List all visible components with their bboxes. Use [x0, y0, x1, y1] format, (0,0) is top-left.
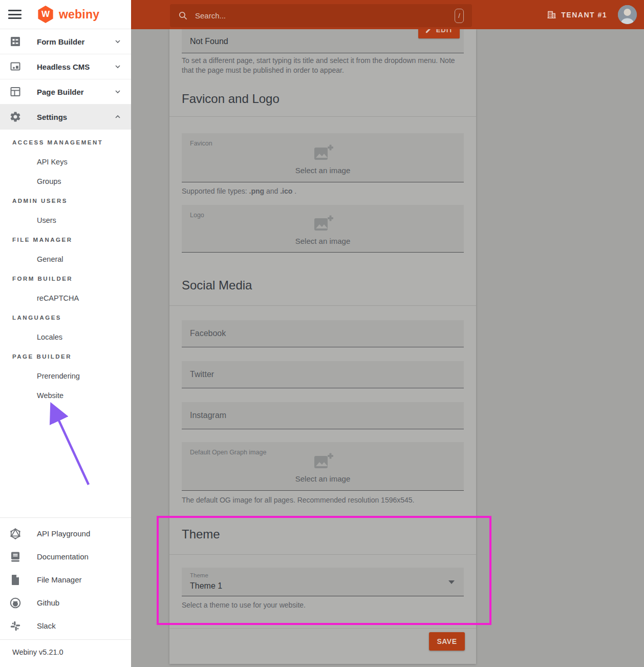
sidebar-item-label: Slack: [37, 621, 56, 630]
image-plus-icon: [312, 214, 334, 234]
slack-icon: [9, 620, 22, 632]
submenu-item-website[interactable]: Website: [0, 386, 131, 405]
book-icon: [9, 551, 22, 563]
chevron-down-icon: [114, 88, 122, 96]
submenu-item-locales[interactable]: Locales: [0, 327, 131, 347]
favicon-upload[interactable]: Favicon Select an image: [182, 133, 464, 182]
search-shortcut-badge: /: [455, 9, 464, 23]
top-app-bar: / TENANT #1: [131, 0, 644, 29]
sidebar-item-label: Headless CMS: [37, 62, 90, 71]
theme-select[interactable]: Theme Theme 1: [182, 568, 464, 596]
sidebar-item-label: Form Builder: [37, 37, 84, 46]
sidebar-item-api-playground[interactable]: API Playground: [0, 522, 131, 545]
avatar-photo: [618, 5, 637, 24]
submenu-item-api-keys[interactable]: API Keys: [0, 152, 131, 172]
submenu-section-form-builder: FORM BUILDER: [0, 269, 131, 288]
card-footer-divider: [169, 628, 476, 629]
gear-icon: [9, 111, 22, 123]
webiny-logo-mark: W: [37, 6, 54, 23]
og-image-upload[interactable]: Default Open Graph image Select an image: [182, 442, 464, 491]
sidebar-item-page-builder[interactable]: Page Builder: [0, 79, 131, 105]
page-field-help: To set a different page, start typing it…: [182, 56, 461, 75]
favicon-cta: Select an image: [295, 166, 351, 175]
section-title-theme: Theme: [182, 527, 220, 541]
image-plus-icon: [312, 451, 334, 472]
search-input[interactable]: [195, 11, 455, 20]
sidebar-item-github[interactable]: Github: [0, 591, 131, 614]
main-content: EDIT To set a different page, start typi…: [131, 29, 644, 667]
sidebar-item-slack[interactable]: Slack: [0, 614, 131, 637]
instagram-input[interactable]: [182, 402, 464, 429]
app-root: / TENANT #1 W webiny Form Builder Headle…: [0, 0, 644, 667]
og-image-cta: Select an image: [295, 474, 351, 483]
theme-help: Select a theme to use for your website.: [182, 600, 461, 610]
app-version: Webiny v5.21.0: [0, 639, 131, 656]
chevron-up-icon: [114, 113, 122, 121]
hamburger-menu-icon[interactable]: [8, 10, 22, 19]
website-settings-card: EDIT To set a different page, start typi…: [169, 29, 476, 664]
facebook-field: [182, 320, 464, 347]
sidebar-item-label: Github: [37, 598, 59, 607]
section-divider: [169, 554, 476, 555]
headless-cms-icon: [9, 60, 22, 73]
sidebar-item-file-manager[interactable]: File Manager: [0, 568, 131, 591]
save-button[interactable]: SAVE: [429, 632, 465, 651]
twitter-input[interactable]: [182, 361, 464, 388]
image-plus-icon: [312, 143, 334, 163]
settings-submenu: ACCESS MANAGEMENT API Keys Groups ADMIN …: [0, 130, 131, 405]
sidebar-item-label: API Playground: [37, 529, 90, 538]
submenu-section-page-builder: PAGE BUILDER: [0, 347, 131, 366]
sidebar-item-label: Settings: [37, 113, 67, 121]
twitter-field: [182, 361, 464, 388]
sidebar-header: W webiny: [0, 0, 131, 29]
submenu-section-file-manager: FILE MANAGER: [0, 230, 131, 249]
submenu-item-users[interactable]: Users: [0, 211, 131, 230]
submenu-item-recaptcha[interactable]: reCAPTCHA: [0, 288, 131, 308]
dropdown-arrow-icon: [448, 580, 455, 584]
section-divider: [169, 305, 476, 306]
chevron-down-icon: [114, 37, 122, 46]
sidebar-item-label: Page Builder: [37, 88, 84, 96]
form-builder-icon: [9, 35, 22, 48]
page-builder-icon: [9, 86, 22, 98]
submenu-item-general[interactable]: General: [0, 249, 131, 269]
annotation-arrow: [43, 400, 96, 492]
favicon-help: Supported file types: .png and .ico .: [182, 186, 461, 196]
user-avatar[interactable]: [618, 5, 637, 24]
graphql-icon: [9, 528, 22, 540]
submenu-section-admin-users: ADMIN USERS: [0, 191, 131, 211]
logo-upload[interactable]: Logo Select an image: [182, 205, 464, 253]
building-icon: [547, 10, 556, 19]
section-title-social-media: Social Media: [182, 278, 252, 293]
sidebar-item-label: File Manager: [37, 575, 82, 584]
submenu-section-languages: LANGUAGES: [0, 308, 131, 327]
logo-cta: Select an image: [295, 237, 351, 245]
sidebar-item-settings[interactable]: Settings: [0, 105, 131, 130]
sidebar-item-label: Documentation: [37, 552, 89, 561]
submenu-item-prerendering[interactable]: Prerendering: [0, 366, 131, 386]
file-icon: [9, 574, 22, 586]
tenant-label: TENANT #1: [561, 11, 607, 19]
theme-select-value: Theme 1: [190, 581, 222, 591]
webiny-logo[interactable]: W webiny: [37, 6, 99, 23]
sidebar-item-documentation[interactable]: Documentation: [0, 545, 131, 568]
section-title-favicon-logo: Favicon and Logo: [182, 92, 280, 106]
webiny-logo-wordmark: webiny: [59, 8, 99, 22]
section-divider: [169, 116, 476, 117]
submenu-item-groups[interactable]: Groups: [0, 172, 131, 191]
submenu-section-access-management: ACCESS MANAGEMENT: [0, 133, 131, 152]
theme-select-label: Theme: [190, 572, 208, 578]
sidebar-footer: API Playground Documentation File Manage…: [0, 517, 131, 637]
github-icon: [9, 597, 22, 609]
chevron-down-icon: [114, 62, 122, 71]
search-icon: [178, 11, 188, 20]
instagram-field: [182, 402, 464, 429]
sidebar: W webiny Form Builder Headless CMS Page …: [0, 0, 131, 667]
global-search[interactable]: /: [170, 4, 472, 27]
og-image-help: The default OG image for all pages. Reco…: [182, 495, 461, 505]
sidebar-item-form-builder[interactable]: Form Builder: [0, 29, 131, 54]
facebook-input[interactable]: [182, 320, 464, 347]
tenant-switcher[interactable]: TENANT #1: [547, 0, 607, 29]
sidebar-item-headless-cms[interactable]: Headless CMS: [0, 54, 131, 79]
